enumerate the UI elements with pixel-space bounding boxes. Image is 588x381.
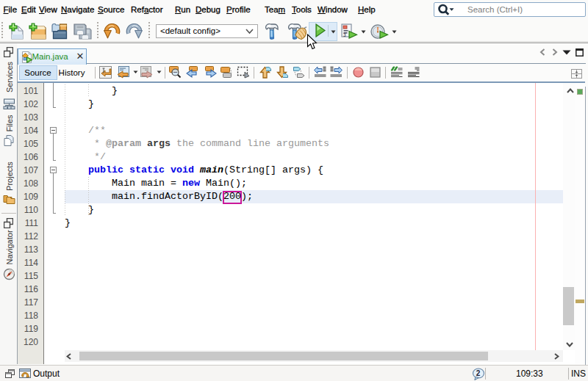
svg-text:2: 2 — [476, 369, 481, 377]
svg-text:3: 3 — [343, 32, 346, 37]
